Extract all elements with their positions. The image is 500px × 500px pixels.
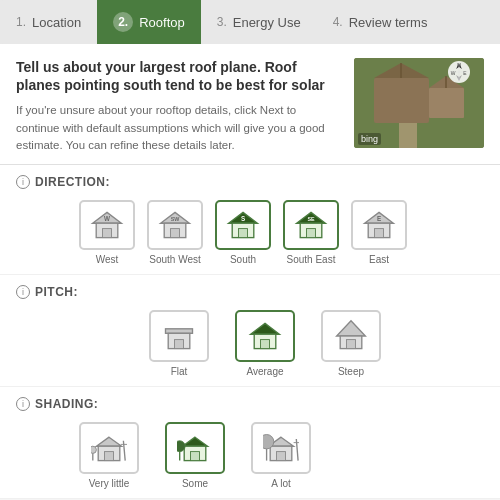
svg-rect-44 (347, 340, 356, 349)
satellite-image: E W N bing (354, 58, 484, 148)
pitch-header: i PITCH: (16, 285, 484, 299)
svg-text:SE: SE (307, 217, 315, 223)
svg-rect-47 (105, 452, 114, 461)
svg-rect-30 (307, 229, 316, 238)
direction-southeast[interactable]: SE South East (280, 197, 342, 268)
shading-a-lot[interactable]: A lot (248, 419, 314, 492)
shading-very-little[interactable]: Very little (76, 419, 142, 492)
direction-title: DIRECTION: (35, 175, 110, 189)
step-rooftop[interactable]: 2. Rooftop (97, 0, 201, 44)
direction-east-label: East (369, 254, 389, 265)
shading-title: SHADING: (35, 397, 98, 411)
svg-marker-39 (251, 324, 280, 335)
direction-southwest-label: South West (149, 254, 201, 265)
svg-point-49 (91, 446, 96, 453)
svg-point-61 (263, 435, 274, 449)
direction-southeast-label: South East (287, 254, 336, 265)
step-num-2: 2. (113, 12, 133, 32)
bing-label: bing (358, 133, 381, 145)
step-label-location: Location (32, 15, 81, 30)
header-section: Tell us about your largest roof plane. R… (0, 44, 500, 165)
svg-rect-22 (171, 229, 180, 238)
shading-options: Very little Some (76, 419, 484, 492)
shading-some-label: Some (182, 478, 208, 489)
pitch-title: PITCH: (35, 285, 78, 299)
step-num-4: 4. (333, 15, 343, 29)
pitch-average-box[interactable] (235, 310, 295, 362)
stepper: 1. Location 2. Rooftop 3. Energy Use 4. … (0, 0, 500, 44)
direction-south[interactable]: S South (212, 197, 274, 268)
pitch-average-label: Average (246, 366, 283, 377)
svg-rect-34 (375, 229, 384, 238)
svg-text:SW: SW (171, 217, 181, 223)
shading-very-little-box[interactable] (79, 422, 139, 474)
header-title: Tell us about your largest roof plane. R… (16, 58, 340, 94)
pitch-flat-label: Flat (171, 366, 188, 377)
shading-section: i SHADING: Very little (0, 387, 500, 499)
svg-rect-3 (429, 88, 464, 118)
svg-marker-42 (337, 321, 366, 336)
direction-header: i DIRECTION: (16, 175, 484, 189)
shading-a-lot-label: A lot (271, 478, 290, 489)
pitch-flat-box[interactable] (149, 310, 209, 362)
svg-rect-26 (239, 229, 248, 238)
svg-rect-18 (103, 229, 112, 238)
direction-east-box[interactable]: E (351, 200, 407, 250)
svg-rect-59 (277, 452, 286, 461)
direction-southwest[interactable]: SW South West (144, 197, 206, 268)
pitch-section: i PITCH: Flat (0, 275, 500, 387)
shading-very-little-label: Very little (89, 478, 130, 489)
direction-east[interactable]: E East (348, 197, 410, 268)
pitch-steep-box[interactable] (321, 310, 381, 362)
shading-some[interactable]: Some (162, 419, 228, 492)
svg-rect-54 (191, 452, 200, 461)
svg-text:W: W (104, 216, 110, 223)
step-label-energy: Energy Use (233, 15, 301, 30)
direction-west[interactable]: W West (76, 197, 138, 268)
pitch-steep[interactable]: Steep (318, 307, 384, 380)
pitch-steep-label: Steep (338, 366, 364, 377)
step-location[interactable]: 1. Location (0, 0, 97, 44)
svg-text:S: S (241, 216, 245, 223)
svg-marker-45 (96, 437, 121, 446)
step-energy[interactable]: 3. Energy Use (201, 0, 317, 44)
header-description: If you're unsure about your rooftop deta… (16, 102, 340, 154)
shading-some-box[interactable] (165, 422, 225, 474)
svg-point-56 (177, 441, 185, 452)
svg-rect-38 (175, 340, 184, 349)
svg-rect-1 (374, 78, 429, 123)
svg-marker-52 (182, 437, 207, 446)
direction-west-box[interactable]: W (79, 200, 135, 250)
direction-west-label: West (96, 254, 119, 265)
shading-info-icon[interactable]: i (16, 397, 30, 411)
pitch-info-icon[interactable]: i (16, 285, 30, 299)
svg-rect-41 (261, 340, 270, 349)
direction-southwest-box[interactable]: SW (147, 200, 203, 250)
direction-options: W West SW South West (76, 197, 484, 268)
step-label-rooftop: Rooftop (139, 15, 185, 30)
svg-line-50 (123, 441, 125, 461)
svg-rect-7 (399, 123, 417, 148)
shading-header: i SHADING: (16, 397, 484, 411)
shading-a-lot-box[interactable] (251, 422, 311, 474)
step-num-3: 3. (217, 15, 227, 29)
direction-info-icon[interactable]: i (16, 175, 30, 189)
direction-southeast-box[interactable]: SE (283, 200, 339, 250)
step-num-1: 1. (16, 15, 26, 29)
step-label-review: Review terms (349, 15, 428, 30)
svg-text:E: E (377, 216, 381, 223)
svg-text:W: W (451, 70, 456, 76)
direction-section: i DIRECTION: W West (0, 165, 500, 275)
pitch-flat[interactable]: Flat (146, 307, 212, 380)
header-text: Tell us about your largest roof plane. R… (16, 58, 340, 154)
pitch-average[interactable]: Average (232, 307, 298, 380)
roof-background: E W N bing (354, 58, 484, 148)
step-review[interactable]: 4. Review terms (317, 0, 444, 44)
direction-south-box[interactable]: S (215, 200, 271, 250)
pitch-options: Flat Average Stee (146, 307, 484, 380)
direction-south-label: South (230, 254, 256, 265)
